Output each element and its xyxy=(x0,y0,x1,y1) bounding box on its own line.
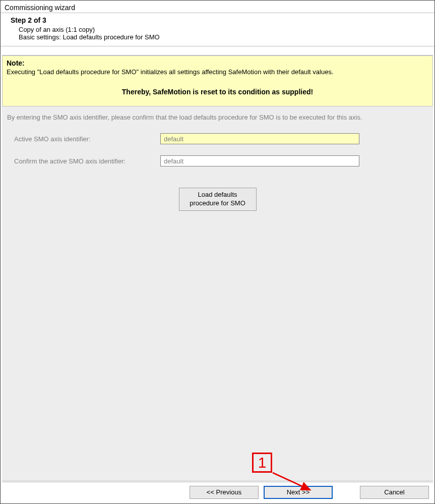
note-title: Note: xyxy=(7,59,428,67)
note-text: Executing "Load defaults procedure for S… xyxy=(7,68,428,76)
wizard-header: Step 2 of 3 Copy of an axis (1:1 copy) B… xyxy=(1,13,434,46)
wizard-footer: << Previous Next >> Cancel xyxy=(2,482,433,502)
confirm-identifier-field[interactable] xyxy=(160,155,359,166)
window-title: Commissioning wizard xyxy=(1,1,434,13)
note-box: Note: Executing "Load defaults procedure… xyxy=(2,55,433,106)
instruction-text: By entering the SMO axis identifier, ple… xyxy=(2,106,433,124)
wizard-content: Note: Executing "Load defaults procedure… xyxy=(2,55,433,481)
confirm-identifier-label: Confirm the active SMO axis identifier: xyxy=(14,157,160,165)
active-identifier-field xyxy=(160,133,359,144)
header-line1: Copy of an axis (1:1 copy) xyxy=(19,26,430,33)
next-button[interactable]: Next >> xyxy=(264,486,333,499)
step-indicator: Step 2 of 3 xyxy=(11,16,430,24)
active-identifier-label: Active SMO axis identifier: xyxy=(14,135,160,143)
header-line2: Basic settings: Load defaults procedure … xyxy=(19,33,430,41)
confirm-identifier-row: Confirm the active SMO axis identifier: xyxy=(2,153,433,169)
load-defaults-button[interactable]: Load defaultsprocedure for SMO xyxy=(179,188,257,211)
active-identifier-row: Active SMO axis identifier: xyxy=(2,131,433,146)
note-reset: Thereby, SafeMotion is reset to its cond… xyxy=(7,88,428,96)
previous-button[interactable]: << Previous xyxy=(190,486,259,499)
cancel-button[interactable]: Cancel xyxy=(360,486,429,499)
